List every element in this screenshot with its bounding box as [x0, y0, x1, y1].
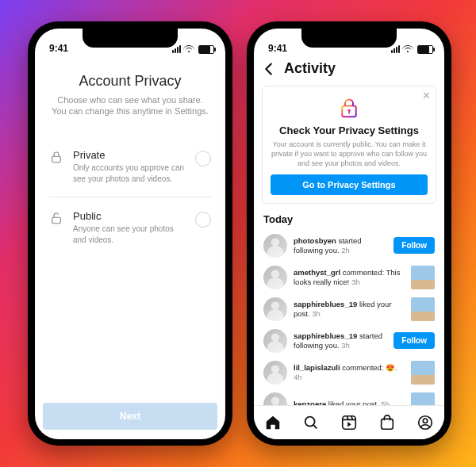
avatar[interactable]	[263, 361, 287, 385]
svg-rect-1	[52, 217, 61, 224]
activity-item[interactable]: lil_lapislazuli commented: 😍. 4h	[263, 357, 435, 389]
section-today: Today	[254, 212, 444, 230]
post-thumbnail[interactable]	[411, 266, 435, 289]
tab-home[interactable]	[264, 414, 282, 431]
page-header: Activity	[254, 56, 444, 84]
tab-bar	[254, 405, 444, 439]
avatar[interactable]	[263, 297, 287, 321]
activity-feed: photosbyen started following you. 2hFoll…	[254, 230, 444, 420]
avatar[interactable]	[263, 234, 287, 258]
signal-icon	[391, 45, 400, 53]
activity-item[interactable]: sapphireblues_19 started following you. …	[263, 325, 435, 357]
svg-point-13	[423, 418, 428, 423]
page-title: Account Privacy	[49, 73, 211, 90]
status-time: 9:41	[268, 43, 287, 54]
follow-button[interactable]: Follow	[393, 332, 435, 349]
option-private-label: Private	[73, 149, 186, 161]
header-title: Activity	[284, 60, 336, 77]
radio-public[interactable]	[195, 212, 211, 228]
activity-text: sapphireblues_19 liked your post. 3h	[294, 300, 405, 319]
lock-open-icon	[49, 211, 63, 228]
lock-gradient-icon	[271, 96, 428, 120]
card-title: Check Your Privacy Settings	[271, 124, 428, 136]
follow-button[interactable]: Follow	[393, 237, 435, 254]
activity-item[interactable]: sapphireblues_19 liked your post. 3h	[263, 293, 435, 325]
option-public-desc: Anyone can see your photos and videos.	[73, 224, 186, 245]
lock-closed-icon	[49, 150, 63, 167]
page-subtitle: Choose who can see what you share. You c…	[49, 94, 211, 118]
activity-text: sapphireblues_19 started following you. …	[294, 331, 387, 350]
tab-profile[interactable]	[416, 414, 434, 431]
post-thumbnail[interactable]	[411, 297, 435, 321]
option-public[interactable]: Public Anyone can see your photos and vi…	[49, 197, 211, 258]
activity-text: amethyst_grl commented: This looks reall…	[294, 268, 405, 287]
wifi-icon	[402, 45, 413, 53]
avatar[interactable]	[263, 329, 287, 353]
privacy-card: ✕ Check Your Privacy Settings Your accou…	[262, 86, 436, 204]
post-thumbnail[interactable]	[411, 361, 435, 385]
tab-search[interactable]	[302, 414, 320, 431]
radio-private[interactable]	[195, 151, 211, 167]
signal-icon	[172, 45, 181, 53]
svg-line-6	[313, 424, 317, 427]
card-body: Your account is currently public. You ca…	[271, 140, 428, 168]
close-icon[interactable]: ✕	[422, 90, 431, 101]
device-notch	[301, 29, 397, 48]
next-button[interactable]: Next	[43, 403, 217, 430]
svg-rect-7	[343, 415, 356, 429]
svg-rect-4	[348, 110, 350, 113]
device-notch	[83, 29, 178, 48]
status-time: 9:41	[49, 43, 68, 54]
next-button-label: Next	[120, 411, 140, 422]
tab-reels[interactable]	[340, 414, 358, 431]
back-button[interactable]	[260, 60, 278, 78]
option-private-desc: Only accounts you approve can see your p…	[73, 163, 186, 184]
go-to-privacy-settings-button[interactable]: Go to Privacy Settings	[271, 174, 428, 195]
option-public-label: Public	[73, 210, 186, 222]
wifi-icon	[183, 45, 194, 53]
phone-mockup-right: 9:41 Activity ✕	[247, 21, 451, 446]
activity-text: lil_lapislazuli commented: 😍. 4h	[294, 363, 405, 382]
phone-mockup-left: 9:41 Account Privacy Choose who can see …	[28, 21, 232, 446]
activity-item[interactable]: photosbyen started following you. 2hFoll…	[263, 230, 435, 262]
cta-label: Go to Privacy Settings	[302, 180, 395, 189]
svg-point-5	[305, 416, 315, 426]
svg-rect-11	[382, 419, 393, 429]
avatar[interactable]	[263, 266, 287, 289]
tab-shop[interactable]	[378, 414, 396, 431]
svg-rect-0	[52, 156, 61, 163]
battery-icon	[198, 45, 214, 54]
battery-icon	[417, 45, 433, 54]
option-private[interactable]: Private Only accounts you approve can se…	[49, 144, 211, 197]
activity-text: photosbyen started following you. 2h	[294, 236, 387, 255]
activity-item[interactable]: amethyst_grl commented: This looks reall…	[263, 262, 435, 293]
